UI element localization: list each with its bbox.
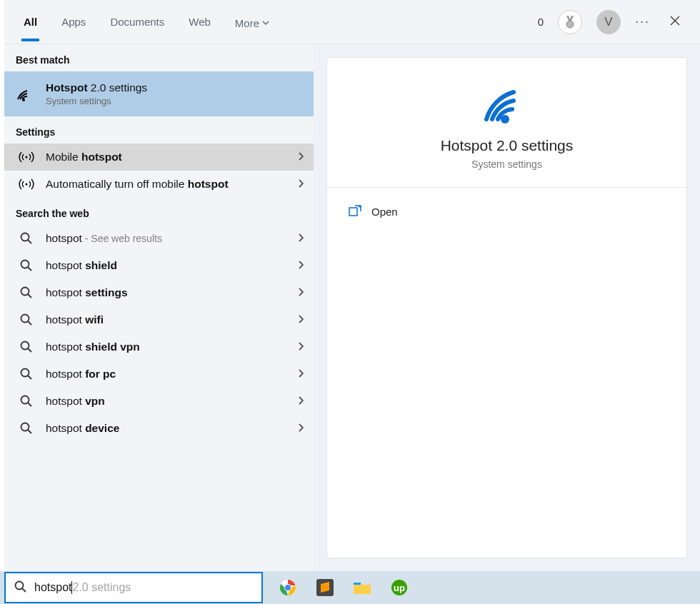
svg-point-6 (21, 261, 29, 268)
search-icon (17, 286, 36, 299)
chevron-right-icon (298, 314, 304, 326)
web-result[interactable]: hotspot wifi (4, 306, 314, 333)
svg-point-4 (21, 233, 29, 241)
chevron-right-icon (298, 341, 304, 353)
result-label: hotspot wifi (46, 313, 288, 326)
chevron-right-icon (298, 260, 304, 271)
avatar[interactable]: V (596, 10, 621, 34)
svg-point-26 (285, 585, 291, 590)
preview-title: Hotspot 2.0 settings (341, 137, 672, 154)
result-label: Automatically turn off mobile hotspot (46, 178, 288, 191)
tab-more[interactable]: More (233, 3, 271, 41)
result-label: hotspot settings (46, 286, 288, 299)
settings-result[interactable]: Mobile hotspot (4, 144, 314, 171)
section-web: Search the web (4, 198, 314, 225)
preview-actions: Open (327, 188, 686, 236)
results-column: Best match Hotspot 2.0 settings System s… (4, 44, 314, 571)
svg-line-15 (28, 376, 31, 379)
search-icon (14, 580, 27, 595)
rewards-medal-icon[interactable] (558, 10, 582, 34)
rewards-points: 0 (538, 16, 544, 28)
tab-web[interactable]: Web (186, 3, 213, 41)
tab-apps[interactable]: Apps (59, 3, 88, 41)
preview-subtitle: System settings (341, 158, 672, 170)
chevron-right-icon (298, 151, 304, 163)
svg-point-22 (16, 581, 24, 589)
chevron-right-icon (298, 368, 304, 380)
svg-point-3 (26, 183, 28, 186)
web-result[interactable]: hotspot vpn (4, 388, 314, 415)
chevron-right-icon (298, 396, 304, 407)
tab-documents[interactable]: Documents (108, 3, 166, 41)
wifi-icon (17, 86, 36, 102)
svg-line-13 (28, 348, 31, 352)
web-result[interactable]: hotspot shield vpn (4, 333, 314, 361)
broadcast-icon (17, 178, 36, 191)
open-action[interactable]: Open (349, 205, 665, 218)
web-result[interactable]: hotspot - See web results (4, 225, 314, 252)
svg-point-10 (21, 315, 29, 323)
result-label: hotspot shield (46, 259, 288, 272)
chrome-icon[interactable] (279, 578, 297, 597)
titlebar-right: 0 V ··· (538, 10, 686, 34)
best-match-result[interactable]: Hotspot 2.0 settings System settings (4, 71, 314, 116)
web-result[interactable]: hotspot device (4, 415, 314, 442)
body-area: Best match Hotspot 2.0 settings System s… (4, 44, 700, 571)
svg-line-9 (28, 294, 31, 298)
wifi-large-icon (341, 82, 672, 127)
titlebar: All Apps Documents Web More 0 V ··· (4, 0, 700, 44)
svg-text:up: up (394, 583, 405, 593)
sublime-icon[interactable] (316, 578, 334, 597)
settings-result[interactable]: Automatically turn off mobile hotspot (4, 171, 314, 198)
start-search-window: All Apps Documents Web More 0 V ··· Best… (4, 0, 700, 571)
svg-rect-28 (354, 583, 361, 585)
web-result[interactable]: hotspot shield (4, 252, 314, 279)
svg-line-23 (22, 588, 26, 592)
taskbar: hotspot 2.0 settings up (0, 571, 700, 604)
file-explorer-icon[interactable] (353, 578, 371, 597)
svg-point-1 (22, 99, 25, 101)
close-icon (670, 16, 680, 26)
section-best-match: Best match (4, 44, 314, 71)
broadcast-icon (17, 151, 36, 163)
chevron-right-icon (298, 287, 304, 298)
tab-all[interactable]: All (21, 3, 39, 41)
chevron-right-icon (298, 233, 304, 244)
svg-point-0 (566, 21, 574, 28)
open-icon (349, 205, 361, 218)
chevron-down-icon (262, 19, 269, 26)
web-result[interactable]: hotspot settings (4, 279, 314, 306)
result-label: hotspot vpn (46, 395, 288, 408)
svg-line-5 (28, 240, 31, 243)
best-match-text: Hotspot 2.0 settings System settings (46, 81, 304, 106)
section-settings: Settings (4, 116, 314, 144)
search-icon (17, 313, 36, 326)
search-input[interactable]: hotspot 2.0 settings (4, 572, 263, 603)
more-options-icon[interactable]: ··· (635, 14, 650, 29)
upwork-icon[interactable]: up (390, 578, 409, 597)
preview-column: Hotspot 2.0 settings System settings Ope… (314, 44, 700, 571)
search-icon (17, 368, 36, 381)
svg-line-11 (28, 321, 31, 325)
chevron-right-icon (298, 178, 304, 190)
search-icon (17, 259, 36, 272)
search-icon (17, 422, 36, 435)
close-button[interactable] (664, 11, 686, 32)
preview-header: Hotspot 2.0 settings System settings (327, 58, 686, 188)
svg-point-8 (21, 288, 29, 296)
result-label: hotspot device (46, 422, 288, 435)
svg-line-19 (28, 430, 31, 433)
svg-point-14 (21, 369, 29, 377)
svg-point-2 (26, 156, 28, 158)
search-icon (17, 341, 36, 353)
search-tabs: All Apps Documents Web More (21, 3, 271, 41)
result-label: hotspot for pc (46, 368, 288, 381)
svg-point-18 (21, 423, 29, 431)
web-result[interactable]: hotspot for pc (4, 361, 314, 388)
svg-line-17 (28, 403, 31, 406)
search-icon (17, 395, 36, 408)
open-label: Open (371, 206, 398, 218)
preview-card: Hotspot 2.0 settings System settings Ope… (326, 57, 687, 558)
search-text: hotspot 2.0 settings (34, 581, 131, 594)
result-label: hotspot - See web results (46, 232, 288, 245)
